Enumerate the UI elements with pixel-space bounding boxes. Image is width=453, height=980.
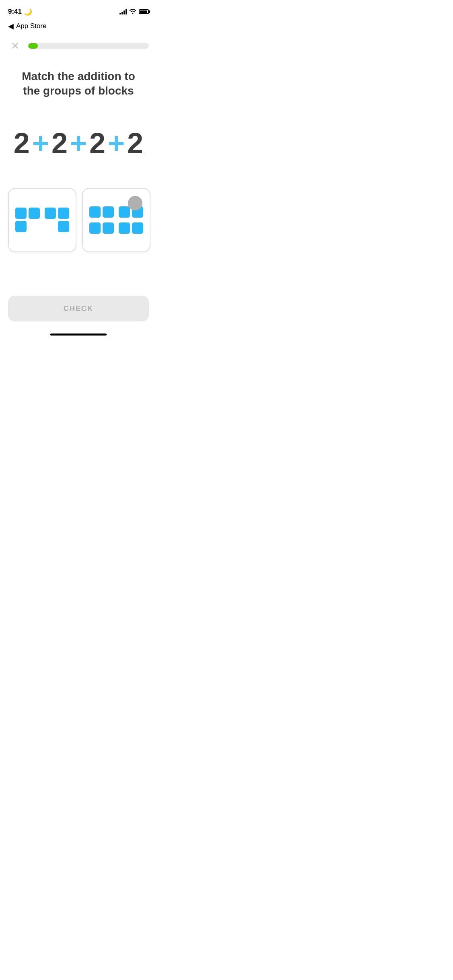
home-bar [50, 334, 107, 336]
block [15, 221, 27, 232]
block-group-5 [89, 222, 114, 234]
block [15, 208, 27, 219]
status-icons [119, 8, 149, 15]
answer-card-right[interactable] [82, 188, 150, 252]
back-button[interactable]: ◀ App Store [8, 22, 47, 31]
eq-plus-1: + [32, 127, 49, 160]
cards-section [0, 188, 157, 252]
back-arrow-icon: ◀ [8, 22, 14, 31]
signal-icon [119, 9, 127, 14]
back-label: App Store [16, 22, 47, 30]
equation-section: 2 + 2 + 2 + 2 [0, 103, 157, 184]
block [89, 222, 101, 234]
equation-display: 2 + 2 + 2 + 2 [14, 127, 143, 160]
block [103, 206, 114, 218]
nav-bar: ◀ App Store [0, 20, 157, 35]
block [29, 208, 40, 219]
close-icon: ✕ [11, 41, 20, 51]
block [119, 206, 130, 218]
eq-plus-3: + [108, 127, 125, 160]
moon-icon: 🌙 [24, 8, 32, 16]
block-group-3 [89, 206, 114, 218]
card1-blocks [15, 208, 69, 232]
eq-num-3: 2 [89, 127, 105, 160]
check-button[interactable]: CHECK [8, 296, 149, 321]
gray-dot-indicator [128, 196, 142, 210]
question-section: Match the addition to the groups of bloc… [0, 61, 157, 103]
answer-card-left[interactable] [8, 188, 76, 252]
close-button[interactable]: ✕ [8, 39, 23, 53]
block [132, 222, 143, 234]
block [103, 222, 114, 234]
card2-blocks [89, 206, 143, 234]
block [89, 206, 101, 218]
wifi-icon [129, 8, 136, 15]
status-time: 9:41 🌙 [8, 8, 32, 16]
status-bar: 9:41 🌙 [0, 0, 157, 20]
block-group-2 [45, 208, 69, 232]
eq-num-2: 2 [51, 127, 68, 160]
question-text: Match the addition to the groups of bloc… [12, 69, 145, 99]
block-group-6 [119, 222, 143, 234]
block [119, 222, 130, 234]
block [58, 208, 69, 219]
block [58, 221, 69, 232]
eq-num-4: 2 [127, 127, 143, 160]
eq-num-1: 2 [14, 127, 30, 160]
progress-area: ✕ [0, 35, 157, 61]
progress-bar [28, 43, 149, 49]
battery-icon [139, 9, 149, 14]
block-group-1 [15, 208, 40, 232]
check-section: CHECK [0, 288, 157, 334]
home-indicator [0, 334, 157, 340]
eq-plus-2: + [70, 127, 87, 160]
block [45, 208, 56, 219]
time-display: 9:41 [8, 8, 22, 16]
progress-fill [28, 43, 38, 49]
